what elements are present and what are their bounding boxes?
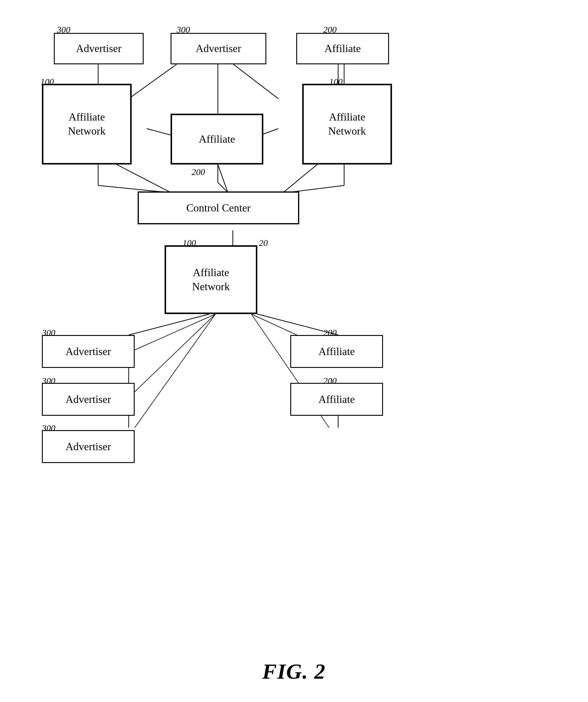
- figure-label: FIG. 2: [262, 659, 325, 684]
- affiliate-br2-box: Affiliate: [290, 383, 383, 416]
- advertiser4-box: Advertiser: [42, 383, 135, 416]
- affiliate-br1-ref: 200: [323, 328, 336, 338]
- affiliate-network-left-box: Affiliate Network: [42, 84, 132, 164]
- advertiser2-ref: 300: [177, 24, 190, 35]
- affiliate-br2-ref: 200: [323, 376, 336, 386]
- svg-line-25: [135, 314, 215, 350]
- advertiser5-ref: 300: [42, 423, 56, 433]
- svg-line-3: [129, 64, 177, 99]
- advertiser1-box: Advertiser: [54, 33, 143, 64]
- advertiser4-ref: 300: [42, 376, 56, 386]
- svg-line-26: [135, 314, 215, 392]
- affiliate-network-bottom-box: Affiliate Network: [165, 245, 257, 314]
- svg-line-27: [135, 314, 215, 428]
- affiliate-br1-box: Affiliate: [290, 335, 383, 368]
- affiliate-top-ref: 200: [323, 24, 336, 35]
- affiliate-network-left-ref: 100: [40, 77, 54, 87]
- svg-line-4: [233, 64, 278, 99]
- advertiser3-box: Advertiser: [42, 335, 135, 368]
- advertiser2-box: Advertiser: [171, 33, 266, 64]
- ref-20: 20: [259, 238, 268, 248]
- affiliate-network-right-ref: 100: [329, 77, 342, 87]
- advertiser5-box: Advertiser: [42, 430, 135, 463]
- advertiser1-ref: 300: [57, 24, 70, 35]
- affiliate-top-box: Affiliate: [296, 33, 389, 64]
- svg-line-18: [129, 314, 209, 335]
- affiliate-center-box: Affiliate: [171, 114, 263, 164]
- advertiser3-ref: 300: [42, 328, 56, 338]
- affiliate-network-bottom-ref: 100: [183, 238, 196, 248]
- diagram: Advertiser 300 Advertiser 300 Affiliate …: [24, 18, 564, 642]
- control-center-box: Control Center: [138, 192, 299, 224]
- affiliate-network-right-box: Affiliate Network: [302, 84, 392, 164]
- affiliate-center-ref: 200: [192, 167, 205, 177]
